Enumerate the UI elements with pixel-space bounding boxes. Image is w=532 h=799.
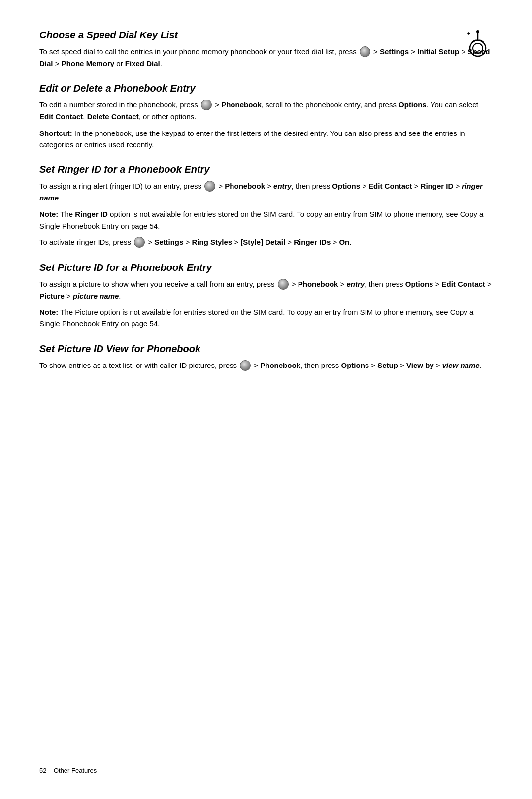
section-picture-id: Set Picture ID for a Phonebook Entry To … [39, 262, 493, 330]
menu-button-6 [240, 360, 251, 371]
section-body-picture-id: To assign a picture to show when you rec… [39, 278, 493, 330]
pi-paragraph-2: Note: The Picture option is not availabl… [39, 306, 493, 330]
svg-point-1 [473, 43, 483, 53]
section-title-picture-view: Set Picture ID View for Phonebook [39, 343, 493, 355]
menu-button-5 [278, 279, 289, 290]
ed-paragraph-1: To edit a number stored in the phonebook… [39, 99, 493, 122]
section-body-edit-delete: To edit a number stored in the phonebook… [39, 99, 493, 150]
svg-point-3 [476, 30, 479, 33]
section-title-speed-dial: Choose a Speed Dial Key List [39, 30, 493, 41]
pi-paragraph-1: To assign a picture to show when you rec… [39, 278, 493, 301]
section-title-ringer-id: Set Ringer ID for a Phonebook Entry [39, 164, 493, 175]
section-ringer-id: Set Ringer ID for a Phonebook Entry To a… [39, 164, 493, 248]
section-body-ringer-id: To assign a ring alert (ringer ID) to an… [39, 180, 493, 248]
section-speed-dial: Choose a Speed Dial Key List To set spee… [39, 30, 493, 69]
section-title-edit-delete: Edit or Delete a Phonebook Entry [39, 83, 493, 94]
section-body-speed-dial: To set speed dial to call the entries in… [39, 46, 493, 69]
antenna-icon [463, 30, 493, 59]
footer-text: 52 – Other Features [39, 767, 97, 774]
menu-button-3 [204, 181, 215, 192]
ri-paragraph-3: To activate ringer IDs, press > Settings… [39, 236, 493, 248]
pv-paragraph-1: To show entries as a text list, or with … [39, 360, 493, 371]
section-title-picture-id: Set Picture ID for a Phonebook Entry [39, 262, 493, 273]
ri-paragraph-2: Note: The Ringer ID option is not availa… [39, 208, 493, 232]
menu-button-2 [201, 100, 212, 110]
page-container: Choose a Speed Dial Key List To set spee… [0, 0, 532, 799]
menu-button-1 [360, 46, 370, 57]
menu-button-4 [134, 237, 145, 248]
footer: 52 – Other Features [39, 763, 493, 774]
section-edit-delete: Edit or Delete a Phonebook Entry To edit… [39, 83, 493, 150]
section-picture-view: Set Picture ID View for Phonebook To sho… [39, 343, 493, 371]
ed-paragraph-2: Shortcut: In the phonebook, use the keyp… [39, 128, 493, 151]
section-body-picture-view: To show entries as a text list, or with … [39, 360, 493, 371]
svg-point-0 [470, 40, 486, 56]
sd-paragraph-1: To set speed dial to call the entries in… [39, 46, 493, 69]
ri-paragraph-1: To assign a ring alert (ringer ID) to an… [39, 180, 493, 203]
